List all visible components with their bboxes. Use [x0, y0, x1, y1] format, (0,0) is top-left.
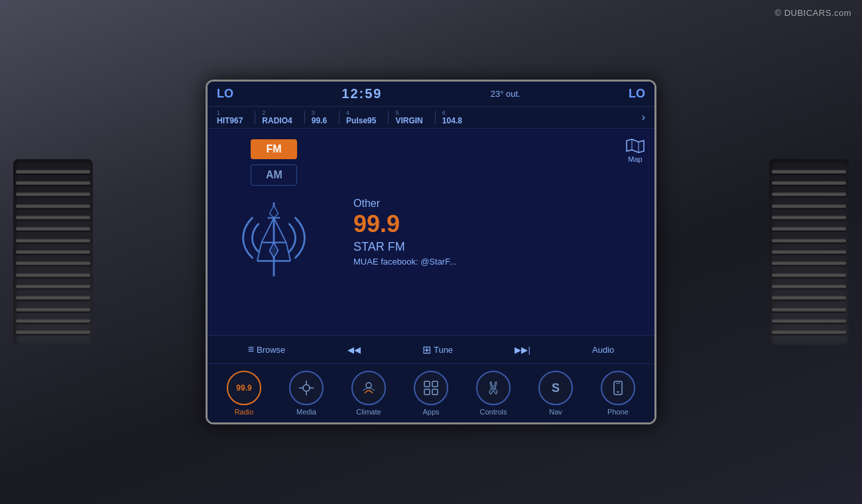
vent-slat [772, 227, 846, 231]
nav-media[interactable]: Media [289, 371, 324, 416]
preset-name-4: Pulse95 [346, 116, 376, 125]
radio-freq-display: 99.9 [236, 383, 251, 393]
vent-slat [16, 181, 90, 185]
nav-apps-label: Apps [422, 408, 439, 416]
presets-bar: 1 HIT967 2 RADIO4 3 99.6 4 Pulse95 [208, 107, 654, 129]
nav-radio-label: Radio [235, 408, 254, 416]
station-frequency: 99.9 [353, 212, 641, 236]
nav-apps[interactable]: Apps [414, 371, 448, 416]
am-button[interactable]: AM [251, 164, 297, 186]
vent-slat [16, 170, 90, 174]
preset-6[interactable]: 6 104.8 [442, 109, 462, 125]
svg-marker-8 [270, 206, 278, 218]
map-button[interactable]: Map [625, 138, 645, 163]
car-interior: © DUBICARS.com [0, 0, 862, 504]
main-content-area: FM AM [208, 129, 654, 335]
preset-name-6: 104.8 [442, 116, 462, 125]
browse-button[interactable]: ≡ Browse [248, 344, 286, 355]
vent-slat [16, 273, 90, 277]
prev-button[interactable]: ◀◀ [347, 345, 361, 355]
preset-num-2: 2 [262, 109, 265, 116]
preset-name-2: RADIO4 [262, 116, 292, 125]
nav-phone-circle [601, 371, 635, 405]
map-label: Map [628, 155, 642, 163]
screen-display: LO 12:59 23° out. LO 1 HIT967 2 RADIO4 3 [208, 82, 654, 422]
vent-slat [772, 204, 846, 208]
vent-slat [772, 330, 846, 334]
vent-slat [772, 273, 846, 277]
nav-s-letter: S [552, 381, 560, 395]
antenna-icon [237, 196, 310, 283]
nav-media-circle [289, 371, 324, 405]
nav-media-label: Media [296, 408, 316, 416]
preset-name-3: 99.6 [312, 116, 327, 125]
status-lo-left: LO [217, 87, 233, 101]
nav-controls-label: Controls [480, 408, 507, 416]
nav-climate-label: Climate [356, 408, 381, 416]
nav-nav-circle: S [538, 371, 573, 405]
nav-radio-circle: 99.9 [227, 371, 261, 405]
vent-slat [772, 239, 846, 243]
preset-divider [304, 111, 305, 124]
station-name: STAR FM [353, 240, 641, 254]
nav-phone[interactable]: Phone [601, 371, 635, 416]
svg-line-5 [274, 218, 286, 243]
vent-slat [16, 192, 90, 196]
preset-num-5: 5 [395, 109, 399, 116]
nav-climate[interactable]: Climate [351, 371, 386, 416]
nav-phone-label: Phone [607, 408, 629, 416]
preset-num-1: 1 [217, 109, 220, 116]
bottom-navigation: 99.9 Radio Media [208, 364, 654, 422]
nav-climate-circle [351, 371, 386, 405]
vent-slat [772, 181, 846, 185]
station-rds-info: MUAE facebook: @StarF... [353, 257, 641, 267]
station-category: Other [353, 198, 641, 210]
svg-rect-20 [432, 381, 438, 387]
preset-num-3: 3 [312, 109, 315, 116]
vent-slat [16, 261, 90, 265]
tune-label: Tune [434, 345, 453, 355]
vent-slat [772, 308, 846, 312]
preset-5[interactable]: 5 VIRGIN [395, 109, 422, 125]
preset-divider [435, 111, 436, 124]
vent-slat [772, 192, 846, 196]
status-temperature: 23° out. [491, 89, 521, 99]
audio-label: Audio [592, 345, 614, 355]
vent-slat [16, 284, 90, 288]
svg-rect-21 [424, 389, 430, 395]
preset-name-5: VIRGIN [395, 116, 422, 125]
vent-slat [16, 216, 90, 220]
vent-slat [772, 284, 846, 288]
preset-2[interactable]: 2 RADIO4 [262, 109, 292, 125]
svg-rect-22 [432, 389, 438, 395]
tune-button[interactable]: ⊞ Tune [422, 344, 453, 356]
presets-next-arrow[interactable]: › [642, 111, 645, 123]
status-time: 12:59 [341, 86, 382, 101]
vent-slat [772, 216, 846, 220]
next-button[interactable]: ▶▶| [515, 345, 530, 355]
fm-button[interactable]: FM [251, 139, 297, 159]
vent-slat [16, 204, 90, 208]
next-icon: ▶▶| [515, 345, 530, 355]
nav-navigation[interactable]: S Nav [538, 371, 573, 416]
vent-slat [772, 250, 846, 254]
nav-controls[interactable]: Controls [476, 371, 511, 416]
vent-slat [16, 296, 90, 300]
preset-divider [388, 111, 389, 124]
watermark: © DUBICARS.com [774, 8, 851, 18]
vent-slat [772, 319, 846, 323]
nav-radio[interactable]: 99.9 Radio [227, 371, 261, 416]
vent-slat [16, 330, 90, 334]
preset-divider [339, 111, 339, 124]
preset-1[interactable]: 1 HIT967 [217, 109, 243, 125]
preset-divider [255, 111, 255, 124]
playback-controls-bar: ≡ Browse ◀◀ ⊞ Tune ▶▶| Audio [208, 335, 654, 364]
preset-3[interactable]: 3 99.6 [312, 109, 327, 125]
preset-num-4: 4 [346, 109, 349, 116]
preset-4[interactable]: 4 Pulse95 [346, 109, 376, 125]
browse-icon: ≡ [248, 344, 254, 355]
audio-button[interactable]: Audio [592, 345, 614, 355]
preset-num-6: 6 [442, 109, 446, 116]
vent-slat [772, 170, 846, 174]
svg-point-18 [366, 383, 371, 388]
